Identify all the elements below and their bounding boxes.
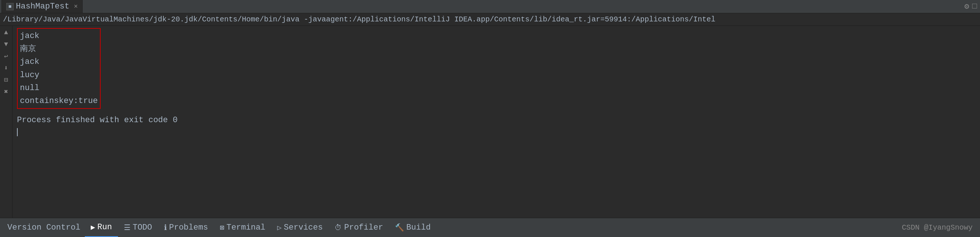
output-line-6: containskey:true: [20, 94, 98, 107]
run-label: Run: [97, 223, 112, 232]
process-finished-line: Process finished with exit code 0: [17, 114, 975, 126]
build-toolbar-item[interactable]: 🔨 Build: [389, 218, 436, 237]
left-sidebar: ▲ ▼ ↩ ⬇ ⊟ ✖: [0, 26, 13, 218]
bottom-toolbar: Version Control ▶ Run ☰ TODO ℹ Problems …: [0, 218, 980, 237]
output-line-3: jack: [20, 55, 98, 68]
profiler-toolbar-item[interactable]: ⏱ Profiler: [329, 218, 389, 237]
cursor: [17, 128, 18, 136]
tab-bar-right-controls: ⚙ □: [964, 2, 980, 11]
console-area: jack 南京 jack lucy null containskey:true …: [13, 26, 980, 218]
version-control-label: Version Control: [7, 223, 80, 232]
terminal-toolbar-item[interactable]: ⊠ Terminal: [214, 218, 271, 237]
run-icon: ▶: [91, 223, 95, 232]
output-line-2: 南京: [20, 42, 98, 55]
run-toolbar-item[interactable]: ▶ Run: [85, 218, 118, 237]
cursor-line: [17, 126, 975, 138]
command-line: /Library/Java/JavaVirtualMachines/jdk-20…: [0, 13, 980, 26]
profiler-icon: ⏱: [334, 223, 342, 232]
bottom-right-info: CSDN @IyangSnowy: [902, 223, 977, 232]
wrap-icon[interactable]: ↩: [1, 51, 11, 61]
restore-icon[interactable]: □: [972, 2, 977, 11]
problems-toolbar-item[interactable]: ℹ Problems: [158, 218, 214, 237]
print-icon[interactable]: ⊟: [1, 75, 11, 85]
services-icon: ▷: [277, 223, 282, 232]
services-toolbar-item[interactable]: ▷ Services: [271, 218, 329, 237]
profiler-label: Profiler: [344, 223, 383, 232]
version-control-item[interactable]: Version Control: [3, 218, 85, 237]
settings-icon[interactable]: ⚙: [964, 2, 969, 11]
main-area: ▲ ▼ ↩ ⬇ ⊟ ✖ jack 南京 jack lucy null conta…: [0, 26, 980, 218]
output-line-5: null: [20, 82, 98, 94]
output-box: jack 南京 jack lucy null containskey:true: [17, 28, 101, 109]
tab-icon: ■: [6, 3, 14, 10]
problems-label: Problems: [169, 223, 208, 232]
tab-hashmaptest[interactable]: ■ HashMapTest ×: [2, 0, 83, 13]
scroll-up-icon[interactable]: ▲: [1, 27, 11, 38]
tab-title: HashMapTest: [16, 2, 69, 11]
command-text: /Library/Java/JavaVirtualMachines/jdk-20…: [3, 15, 715, 24]
scroll-down-icon[interactable]: ▼: [1, 39, 11, 50]
todo-label: TODO: [133, 223, 152, 232]
output-line-4: lucy: [20, 69, 98, 82]
services-label: Services: [284, 223, 323, 232]
build-icon: 🔨: [395, 223, 404, 232]
build-label: Build: [406, 223, 431, 232]
csdn-username: CSDN @IyangSnowy: [902, 223, 973, 232]
terminal-icon: ⊠: [220, 223, 224, 232]
tab-close-button[interactable]: ×: [74, 3, 78, 10]
console-output: jack 南京 jack lucy null containskey:true …: [13, 26, 980, 218]
problems-icon: ℹ: [164, 223, 167, 232]
output-line-1: jack: [20, 30, 98, 42]
tab-bar: ■ HashMapTest × ⚙ □: [0, 0, 980, 13]
todo-icon: ☰: [124, 223, 130, 232]
todo-toolbar-item[interactable]: ☰ TODO: [118, 218, 158, 237]
download-icon[interactable]: ⬇: [1, 63, 11, 73]
terminal-label: Terminal: [226, 223, 266, 232]
delete-icon[interactable]: ✖: [1, 86, 11, 97]
